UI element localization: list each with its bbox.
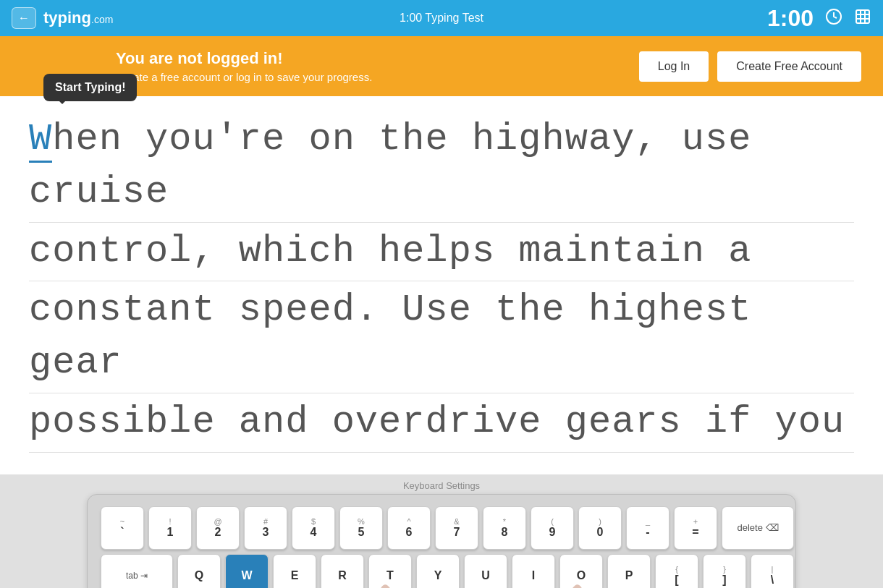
login-banner: Start Typing! You are not logged in! Cre…	[0, 36, 883, 96]
key-3[interactable]: #3	[244, 506, 287, 550]
key-backslash[interactable]: |\	[751, 554, 794, 588]
key-row-numbers: ~` !1 @2 #3 $4 %5 ^6 &7 *8 (9 )0 _- += d…	[101, 506, 782, 550]
key-w[interactable]: W	[225, 554, 269, 588]
keyboard-section: Keyboard Settings ~` !1 @2 #3 $4 %5 ^6 &…	[0, 474, 883, 588]
back-button[interactable]: ←	[12, 7, 36, 29]
logo-text: typing	[43, 9, 91, 27]
timer-display: 1:00	[767, 5, 814, 32]
key-r[interactable]: R	[321, 554, 364, 588]
key-minus[interactable]: _-	[626, 506, 669, 550]
text-line-4: possible and overdrive gears if you	[29, 393, 854, 453]
create-account-button[interactable]: Create Free Account	[717, 51, 861, 82]
key-t[interactable]: T	[368, 554, 412, 588]
header-title: 1:00 Typing Test	[400, 12, 483, 25]
key-2[interactable]: @2	[196, 506, 240, 550]
svg-rect-1	[856, 10, 869, 23]
key-o[interactable]: O	[559, 554, 603, 588]
key-rbracket[interactable]: }]	[703, 554, 746, 588]
banner-buttons: Log In Create Free Account	[639, 51, 861, 82]
text-line-1: When you're on the highway, use cruise	[29, 111, 854, 223]
keyboard-settings-bar[interactable]: Keyboard Settings	[0, 474, 883, 494]
key-tilde[interactable]: ~`	[101, 506, 144, 550]
key-equals[interactable]: +=	[674, 506, 717, 550]
key-i[interactable]: I	[512, 554, 555, 588]
keyboard: ~` !1 @2 #3 $4 %5 ^6 &7 *8 (9 )0 _- += d…	[87, 494, 796, 588]
key-u[interactable]: U	[464, 554, 507, 588]
stats-icon[interactable]	[854, 8, 871, 29]
key-9[interactable]: (9	[531, 506, 574, 550]
header: ← typing.com 1:00 Typing Test 1:00	[0, 0, 883, 36]
logo: typing.com	[43, 9, 113, 27]
key-7[interactable]: &7	[435, 506, 478, 550]
untyped-text-3: constant speed. Use the highest gear	[29, 289, 751, 384]
key-lbracket[interactable]: {[	[655, 554, 698, 588]
key-4[interactable]: $4	[292, 506, 335, 550]
key-1[interactable]: !1	[148, 506, 192, 550]
typing-text: When you're on the highway, use cruise c…	[29, 111, 854, 453]
typed-w: W	[29, 118, 52, 163]
untyped-text-2: control, which helps maintain a	[29, 230, 751, 273]
key-8[interactable]: *8	[483, 506, 526, 550]
history-icon[interactable]	[825, 8, 842, 29]
keyboard-container: ~` !1 @2 #3 $4 %5 ^6 &7 *8 (9 )0 _- += d…	[0, 494, 883, 588]
key-row-qwerty: tab ⇥ Q W E R T Y U I O P {[ }] |\	[101, 554, 782, 588]
text-line-2: control, which helps maintain a	[29, 223, 854, 282]
key-p[interactable]: P	[607, 554, 651, 588]
key-5[interactable]: %5	[339, 506, 383, 550]
header-left: ← typing.com	[12, 7, 113, 29]
key-e[interactable]: E	[273, 554, 316, 588]
untyped-text-4: possible and overdrive gears if you	[29, 401, 845, 443]
login-button[interactable]: Log In	[639, 51, 709, 82]
text-line-3: constant speed. Use the highest gear	[29, 281, 854, 393]
banner-title: You are not logged in!	[116, 49, 639, 68]
untyped-text-1: hen you're on the highway, use cruise	[29, 118, 751, 213]
start-tooltip: Start Typing!	[43, 74, 137, 101]
key-y[interactable]: Y	[416, 554, 460, 588]
banner-subtitle: Create a free account or log in to save …	[116, 71, 639, 83]
typing-area[interactable]: When you're on the highway, use cruise c…	[0, 96, 883, 474]
key-q[interactable]: Q	[177, 554, 221, 588]
key-6[interactable]: ^6	[387, 506, 431, 550]
header-right: 1:00	[767, 5, 871, 32]
key-0[interactable]: )0	[578, 506, 622, 550]
logo-dot: .com	[91, 14, 113, 25]
key-tab[interactable]: tab ⇥	[101, 554, 173, 588]
key-delete[interactable]: delete ⌫	[722, 506, 794, 550]
